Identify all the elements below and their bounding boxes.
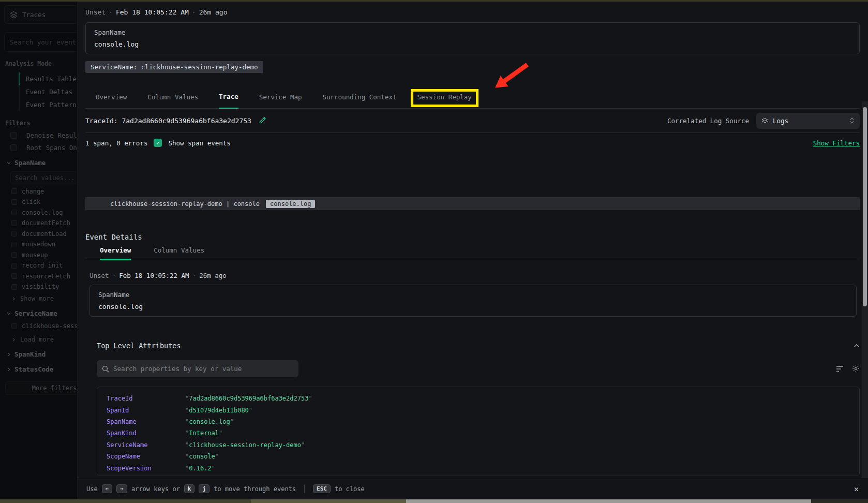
kbd-j: j: [199, 484, 209, 493]
filter-value-record-init[interactable]: record init: [0, 262, 77, 269]
collapse-chevron-up-icon[interactable]: [854, 344, 860, 348]
tab-surrounding-context[interactable]: Surrounding Context: [323, 93, 397, 108]
service-name-tag[interactable]: ServiceName: clickhouse-session-replay-d…: [85, 61, 263, 73]
value-checkbox[interactable]: [11, 188, 17, 194]
filter-value-label: record init: [22, 262, 63, 269]
filter-value-click[interactable]: click: [0, 198, 77, 205]
filter-value-console-log[interactable]: console.log: [0, 209, 77, 216]
attr-row-spanid[interactable]: SpanIdd51079d4eb11b080: [97, 404, 859, 416]
attr-value: d51079d4eb11b080: [185, 407, 252, 414]
filter-lines-icon[interactable]: [836, 366, 844, 372]
show-filters-link[interactable]: Show Filters: [813, 139, 860, 147]
log-source-select[interactable]: Logs: [756, 113, 860, 129]
attr-row-spanname[interactable]: SpanNameconsole.log: [97, 416, 859, 427]
spanname-values-search-input[interactable]: [10, 171, 77, 184]
layers-icon: [10, 11, 18, 19]
filter-value-label: mouseup: [22, 252, 48, 259]
separator-dot: ·: [189, 8, 199, 16]
servicename-group-header[interactable]: ServiceName: [6, 309, 77, 317]
filter-value-label: clickhouse-session-replay-demo: [22, 322, 77, 330]
close-icon[interactable]: ✕: [854, 484, 859, 494]
filter-value-change[interactable]: change: [0, 188, 77, 195]
tab-service-map[interactable]: Service Map: [259, 93, 302, 108]
trace-timeline-area: [85, 153, 860, 197]
filter-value-mouseup[interactable]: mouseup: [0, 252, 77, 259]
bottom-edge-segment: [251, 499, 406, 503]
trace-controls-row: 1 span, 0 errors ✓ Show span events Show…: [85, 133, 860, 153]
bottom-scrollbar-thumb: [406, 499, 811, 503]
value-checkbox[interactable]: [11, 263, 17, 269]
filter-value-resourcefetch[interactable]: resourceFetch: [0, 273, 77, 280]
value-checkbox[interactable]: [11, 323, 17, 329]
source-select-label: Traces: [22, 11, 46, 19]
filter-value-documentload[interactable]: documentLoad: [0, 230, 77, 238]
waterfall-span-chip[interactable]: console.log: [266, 200, 315, 208]
separator-dot: ·: [189, 272, 200, 279]
value-checkbox[interactable]: [11, 220, 17, 226]
filter-value-mousedown[interactable]: mousedown: [0, 241, 77, 248]
spanname-group-header[interactable]: SpanName: [6, 159, 77, 167]
ed-tab-column-values[interactable]: Column Values: [154, 246, 204, 260]
attr-row-servicename[interactable]: ServiceNameclickhouse-session-replay-dem…: [97, 439, 859, 451]
attr-row-spankind[interactable]: SpanKindInternal: [97, 427, 859, 439]
attr-key: SpanKind: [107, 430, 185, 437]
statuscode-group-header[interactable]: StatusCode: [6, 365, 77, 373]
footer-use-text: Use: [86, 485, 98, 493]
source-select[interactable]: Traces: [4, 5, 77, 24]
value-checkbox[interactable]: [11, 210, 17, 215]
mode-results-table[interactable]: Results Table: [19, 72, 77, 85]
value-checkbox[interactable]: [11, 242, 17, 247]
spankind-group-header[interactable]: SpanKind: [6, 350, 77, 358]
show-more-button[interactable]: Show more: [11, 295, 77, 302]
mode-event-deltas[interactable]: Event Deltas: [19, 85, 77, 98]
more-filters-button[interactable]: More filters: [5, 381, 77, 395]
tab-session-replay[interactable]: Session Replay: [417, 93, 472, 108]
tab-trace[interactable]: Trace: [219, 93, 238, 109]
spanname-group-label: SpanName: [14, 159, 46, 167]
top-level-attributes-title: Top Level Attributes: [97, 342, 181, 350]
filters-label: Filters: [5, 120, 77, 127]
property-search-input[interactable]: [113, 365, 293, 373]
waterfall-span-row[interactable]: clickhouse-session-replay-demo | console…: [85, 197, 860, 210]
denoise-checkbox[interactable]: [10, 132, 17, 139]
attr-row-scopename[interactable]: ScopeNameconsole: [97, 451, 859, 462]
search-icon: [102, 365, 109, 373]
tab-overview[interactable]: Overview: [96, 93, 127, 108]
event-relative-time: 26m ago: [199, 272, 227, 279]
ed-tab-overview[interactable]: Overview: [100, 246, 131, 260]
filter-value-label: documentLoad: [22, 230, 67, 238]
value-checkbox[interactable]: [11, 199, 17, 205]
attr-row-scopeversion[interactable]: ScopeVersion0.16.2: [97, 462, 859, 474]
footer-move-text: to move through events: [214, 485, 296, 493]
load-more-button[interactable]: Load more: [11, 336, 77, 343]
filter-value-visibility[interactable]: visibility: [0, 283, 77, 290]
bottom-edge-segment: [811, 499, 868, 503]
filter-value-documentfetch[interactable]: documentFetch: [0, 219, 77, 227]
denoise-toggle[interactable]: Denoise Results: [0, 131, 77, 139]
attr-value: clickhouse-session-replay-demo: [185, 441, 305, 449]
root-spans-toggle[interactable]: Root Spans Only: [0, 144, 77, 152]
value-checkbox[interactable]: [11, 273, 17, 279]
attr-key: SpanName: [107, 418, 185, 425]
event-search-input[interactable]: [4, 32, 77, 52]
value-checkbox[interactable]: [11, 252, 17, 258]
gear-icon[interactable]: [852, 365, 860, 373]
value-checkbox[interactable]: [11, 231, 17, 236]
footer-close-text: to close: [335, 485, 365, 493]
filter-value-label: click: [22, 198, 40, 205]
filter-value-clickhouse-service[interactable]: clickhouse-session-replay-demo: [0, 322, 77, 330]
span-card-value: console.log: [94, 40, 851, 48]
attr-row-traceid[interactable]: TraceId7ad2ad8660c9d53969a6bf6a3e2d2753: [97, 393, 859, 404]
tab-column-values[interactable]: Column Values: [147, 93, 198, 108]
show-span-events-label: Show span events: [168, 139, 230, 147]
value-checkbox[interactable]: [11, 284, 17, 290]
spankind-group-label: SpanKind: [14, 350, 46, 358]
show-span-events-checkbox[interactable]: ✓: [154, 139, 162, 147]
filter-value-label: mousedown: [22, 241, 55, 248]
mode-event-patterns[interactable]: Event Patterns: [19, 98, 77, 111]
scrollbar-thumb[interactable]: [863, 107, 867, 306]
root-spans-checkbox[interactable]: [10, 144, 17, 151]
property-search[interactable]: [97, 360, 298, 377]
attr-value: Internal: [185, 430, 222, 437]
edit-pencil-icon[interactable]: [259, 117, 266, 124]
